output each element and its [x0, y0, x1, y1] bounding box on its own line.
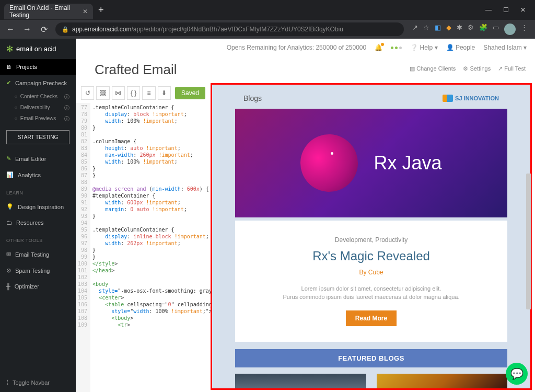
close-window-icon[interactable]: ✕ [520, 6, 526, 14]
info-icon: i [64, 94, 69, 99]
minimize-icon[interactable]: — [485, 6, 492, 14]
preview-pane: Design Test ✕ OFF Desktop 📱 ▯ 🖥 Width: 9… [211, 83, 532, 390]
hero-image: Rx Java [235, 109, 507, 217]
help-menu[interactable]: ❔ Help ▾ [410, 44, 437, 51]
forward-button[interactable]: → [22, 25, 32, 34]
brand-logo[interactable]: ✻ email on acid [0, 39, 76, 59]
post-categories: Development, Productivity [246, 236, 497, 244]
url-host: app.emailonacid.com [72, 26, 131, 33]
learn-header: LEARN [0, 183, 76, 199]
sidebar-item-campaign-precheck[interactable]: ✔ Campaign Precheck [0, 75, 76, 91]
sidebar-item-projects[interactable]: 🗎 Projects [0, 59, 76, 75]
sidebar-item-email-testing[interactable]: ✉ Email Testing [0, 246, 76, 262]
ext2-icon[interactable]: ◆ [446, 24, 451, 35]
notifications-icon[interactable]: 🔔 [375, 44, 382, 51]
featured-heading: FEATURED BLOGS [235, 349, 507, 367]
ext1-icon[interactable]: ◧ [435, 24, 441, 35]
projects-icon: 🗎 [6, 64, 12, 70]
puzzle-icon[interactable]: 🧩 [479, 24, 487, 35]
info-icon: i [64, 116, 69, 121]
settings-link[interactable]: ⚙ Settings [463, 65, 491, 72]
sidebar-item-optimizer[interactable]: ╫ Optimizer [0, 279, 76, 294]
logo-icon: ✻ [6, 44, 13, 54]
rect-icon[interactable]: ▭ [493, 24, 499, 35]
other-tools-header: OTHER TOOLS [0, 230, 76, 246]
sidebar-sub-content-checks[interactable]: Content Checksi [0, 91, 76, 102]
editor-icon: ✎ [6, 155, 11, 162]
share-icon[interactable]: ↗ [412, 24, 418, 35]
change-clients-link[interactable]: ▤ Change Clients [410, 65, 456, 72]
lock-icon: 🔒 [62, 26, 69, 33]
block-icon: ⊘ [6, 267, 11, 274]
sidebar-item-email-editor[interactable]: ✎ Email Editor [0, 151, 76, 167]
analytics-remaining: Opens Remaining for Analytics: 250000 of… [227, 44, 367, 51]
url-input[interactable]: 🔒 app.emailonacid.com/app/editor/project… [55, 22, 404, 36]
toggle-navbar[interactable]: ⟨ Toggle Navbar [0, 373, 76, 392]
sidebar-item-resources[interactable]: 🗀 Resources [0, 215, 76, 230]
sidebar-sub-email-previews[interactable]: Email Previewsi [0, 113, 76, 124]
read-more-button[interactable]: Read More [346, 310, 397, 326]
close-icon[interactable]: ✕ [83, 8, 88, 15]
check-icon: ✔ [6, 79, 11, 86]
code-editor[interactable]: 77 78 79 80 81 82 83 84 85 86 87 88 89 9… [76, 103, 211, 392]
full-test-link[interactable]: ↗ Full Test [498, 65, 526, 72]
preview-scrollbar[interactable] [526, 174, 531, 309]
menu-icon[interactable]: ⋮ [521, 24, 528, 35]
bulb-icon: 💡 [6, 203, 14, 210]
url-path: /app/editor/project/g04NdBnBh7aeVfDCxFMt… [131, 26, 343, 33]
sidebar-item-analytics[interactable]: 📊 Analytics [0, 167, 76, 183]
braces-button[interactable]: { } [127, 86, 140, 100]
blogs-heading: Blogs [243, 94, 262, 102]
intercom-button[interactable]: 💬 [506, 363, 528, 385]
featured-thumb-1[interactable] [235, 374, 366, 388]
company-logo: SJ INNOVATION [443, 95, 499, 102]
people-menu[interactable]: 👤 People [446, 44, 475, 51]
post-byline: By Cube [246, 269, 497, 276]
star-icon[interactable]: ☆ [423, 24, 429, 35]
layers-button[interactable]: ≡ [142, 86, 155, 100]
sliders-icon: ╫ [6, 283, 10, 290]
post-title: Rx's Magic Revealed [246, 249, 497, 263]
user-menu[interactable]: Shahed Islam ▾ [483, 44, 527, 51]
post-excerpt: Lorem ipsum dolor sit amet, consectetur … [246, 284, 497, 301]
tab-title: Email On Acid - Email Testing [9, 4, 83, 19]
mail-icon: ✉ [6, 251, 11, 258]
image-button[interactable]: 🖼 [96, 86, 109, 100]
start-testing-button[interactable]: START TESTING [6, 130, 69, 144]
download-button[interactable]: ⬇ [158, 86, 171, 100]
folder-icon: 🗀 [6, 220, 12, 226]
chevron-left-icon: ⟨ [6, 379, 8, 386]
ext4-icon[interactable]: ⚙ [468, 24, 474, 35]
analytics-icon: 📊 [6, 171, 14, 178]
page-title: Crafted Email [85, 57, 187, 80]
undo-button[interactable]: ↺ [81, 86, 94, 100]
new-tab-button[interactable]: + [98, 5, 104, 16]
sidebar-item-design-inspiration[interactable]: 💡 Design Inspiration [0, 199, 76, 215]
merge-button[interactable]: ⋈ [112, 86, 125, 100]
maximize-icon[interactable]: ☐ [503, 6, 509, 14]
reload-button[interactable]: ⟳ [39, 25, 49, 34]
browser-tab[interactable]: Email On Acid - Email Testing ✕ [4, 4, 93, 19]
featured-thumb-2[interactable] [377, 374, 508, 388]
sidebar: ✻ email on acid 🗎 Projects ✔ Campaign Pr… [0, 39, 76, 392]
ext3-icon[interactable]: ✱ [457, 24, 462, 35]
sidebar-item-spam-testing[interactable]: ⊘ Spam Testing [0, 262, 76, 279]
profile-avatar[interactable] [504, 24, 516, 35]
back-button[interactable]: ← [5, 25, 16, 34]
preview-body[interactable]: Blogs SJ INNOVATION Rx Java Development,… [212, 85, 530, 388]
info-icon: i [64, 105, 69, 110]
saved-badge: Saved [175, 87, 205, 99]
sidebar-sub-deliverability[interactable]: Deliverabilityi [0, 102, 76, 113]
status-dots [391, 47, 402, 49]
